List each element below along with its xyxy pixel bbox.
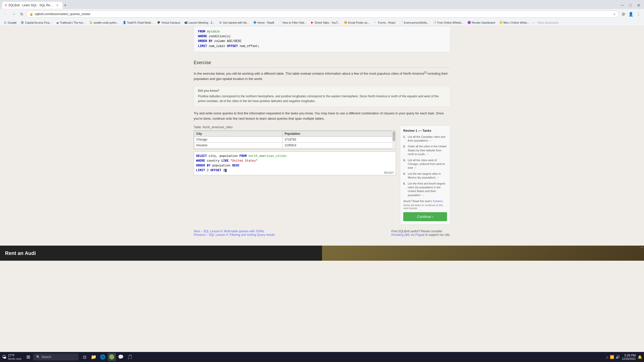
bookmark-label: Trailhead | The fun... <box>60 21 85 24</box>
bookmark-render[interactable]: 🟣 Render Dashboard <box>466 20 497 25</box>
task-text: List the two largest cities in Mexico (b… <box>408 172 447 180</box>
table-scrollbar[interactable] <box>392 131 396 149</box>
nav-bar: ← → ↻ 🔒 sqlbolt.com/lesson/select_querie… <box>0 9 644 19</box>
profile-button[interactable]: 👤 <box>627 11 634 18</box>
col-population: Population <box>283 131 396 137</box>
bookmark-label: Capital Access Fina... <box>25 21 52 24</box>
table-row: Houston 2195914 <box>194 142 396 148</box>
tab-bar: S SQLBolt - Learn SQL - SQL Revi... × + … <box>0 0 644 9</box>
bookmark-event[interactable]: 📄 Event.preventDefa... <box>398 20 430 25</box>
donate-link[interactable]: Donating ($4) via Paypal <box>391 233 424 237</box>
taskbar-left: 🌤 27°F Mostly clear ⊞ 🔍 Search ⊡ 📁 🌐 🟢 <box>2 353 134 360</box>
file-explorer-icon[interactable]: 📁 <box>90 353 98 360</box>
more-bookmarks[interactable]: » <box>532 21 535 24</box>
chrome-browser-icon[interactable]: 🟢 <box>108 353 116 360</box>
task-text: List the third and fourth largest cities… <box>408 182 447 197</box>
bookmark-label: Render Dashboard <box>472 21 495 24</box>
network-icon[interactable]: 📶 <box>610 355 614 359</box>
nav-links-left: Next – SQL Lesson 6: Multi-table queries… <box>194 230 275 237</box>
forward-button[interactable]: → <box>10 11 17 18</box>
app-icon-4[interactable]: 💬 <box>117 353 125 360</box>
bookmark-label: Event.preventDefa... <box>404 21 429 24</box>
bookmark-todd[interactable]: 👤 Todd75 (Todd Wold... <box>121 20 155 25</box>
table-label: Table: North_american_cities <box>194 125 396 129</box>
list-item: 3. List all the cities west of Chicago, … <box>403 158 447 170</box>
weather-desc: Mostly clear <box>8 357 21 360</box>
exercise-area: Table: North_american_cities City Popula… <box>194 125 450 224</box>
exercise-section: Exercise In the exercise below, you will… <box>194 56 450 241</box>
ad-banner-image <box>322 246 644 261</box>
col-city: City <box>194 131 283 137</box>
data-table-container: City Population Chicago 2718782 <box>194 130 396 150</box>
review-title: Review 1 — Tasks <box>403 129 447 132</box>
sql-editor-display[interactable]: SELECT city, population FROM north_ameri… <box>194 152 396 175</box>
bookmark-seattle[interactable]: 🐍 seattle-code-pytho... <box>88 20 120 25</box>
bookmark-shred[interactable]: ▶ Shred Talks - YouT... <box>309 20 341 25</box>
population-cell: 2718782 <box>283 137 396 142</box>
time-display[interactable]: 5:26 PM 12/26/2021 <box>622 354 636 360</box>
notification-icon[interactable]: 🔔 <box>638 355 642 359</box>
tab-close-button[interactable]: × <box>55 3 59 7</box>
bookmark-virtual[interactable]: 🎓 Virtual Campus <box>155 20 182 25</box>
search-icon: 🔍 <box>36 355 40 359</box>
taskbar-search[interactable]: 🔍 Search <box>33 353 78 360</box>
bookmark-label: seattle-code-pytho... <box>94 21 119 24</box>
sql-editor-container: SELECT city, population FROM north_ameri… <box>194 152 396 175</box>
prev-lesson-link[interactable]: Previous – SQL Lesson 4: Filtering and s… <box>194 233 275 237</box>
bookmarks-bar: G Google 🏦 Capital Access Fina... ☁ Trai… <box>0 19 644 26</box>
maximize-button[interactable]: □ <box>627 2 634 9</box>
bookmark-filter[interactable]: 📄 How to Filter Odd... <box>277 20 308 25</box>
active-tab[interactable]: S SQLBolt - Learn SQL - SQL Revi... × <box>2 2 62 9</box>
solution-link[interactable]: Solution <box>433 200 443 203</box>
reset-button[interactable]: RESET <box>384 171 394 174</box>
list-item: 1. List all the Canadian cities and thei… <box>403 135 447 143</box>
bookmark-emoji[interactable]: 😊 Emoji Finder se... <box>342 20 371 25</box>
volume-icon[interactable]: 🔊 <box>616 355 620 359</box>
refresh-button[interactable]: ↻ <box>18 11 25 18</box>
continue-button[interactable]: Continue › <box>403 212 447 221</box>
bookmark-launch-meeting[interactable]: 📹 Launch Meeting - Z... <box>183 20 216 25</box>
tray-icon-1[interactable]: △ <box>606 355 608 359</box>
search-placeholder: Search <box>42 355 51 359</box>
address-text: sqlbolt.com/lesson/select_queries_review <box>35 12 612 16</box>
taskbar-right: △ 📶 🔊 5:26 PM 12/26/2021 🔔 <box>606 354 642 360</box>
task-list: 1. List all the Canadian cities and thei… <box>403 135 447 197</box>
bookmark-miro[interactable]: 🟡 Miro | Online White... <box>498 20 531 25</box>
edge-browser-icon[interactable]: 🌐 <box>99 353 107 360</box>
nav-icons: ⚙ 👤 ⋮ <box>620 11 642 18</box>
bookmark-forms-react[interactable]: ⚛ Forms - React <box>372 20 397 25</box>
bookmark-get-started[interactable]: N Get started with Ne... <box>217 20 250 25</box>
other-bookmarks[interactable]: Other bookmarks <box>536 21 559 24</box>
table-row: Chicago 2718782 <box>194 137 396 142</box>
taskview-button[interactable]: ⊡ <box>80 353 89 360</box>
find-useful-text: Find SQLBolt useful? Please consider <box>391 230 442 233</box>
new-tab-button[interactable]: + <box>63 3 68 8</box>
close-window-button[interactable]: ✕ <box>635 2 642 9</box>
bookmark-google[interactable]: G Google <box>2 20 18 25</box>
next-lesson-link[interactable]: Next – SQL Lesson 6: Multi-table queries… <box>194 230 264 233</box>
data-table: City Population Chicago 2718782 <box>194 131 396 148</box>
app-icon-5[interactable]: 🎵 <box>126 353 134 360</box>
task-intro-text: Try and write some queries to find the i… <box>194 111 450 121</box>
back-button[interactable]: ← <box>2 11 9 18</box>
right-panel: Review 1 — Tasks 1. List all the Canadia… <box>400 125 450 224</box>
solve-text: Solve all tasks to continue to the next … <box>403 204 447 210</box>
bookmark-label: Virtual Campus <box>161 21 180 24</box>
city-cell: Houston <box>194 142 283 148</box>
bookmark-label: Todd75 (Todd Wold... <box>127 21 153 24</box>
bookmark-capital[interactable]: 🏦 Capital Access Fina... <box>19 20 53 25</box>
address-bar[interactable]: 🔒 sqlbolt.com/lesson/select_queries_revi… <box>26 11 619 18</box>
bookmark-trailhead[interactable]: ☁ Trailhead | The fun... <box>54 20 87 25</box>
menu-button[interactable]: ⋮ <box>635 11 642 18</box>
bookmark-replit[interactable]: 🔷 Home - Replit <box>252 20 276 25</box>
ad-label: Ad <box>640 246 643 249</box>
minimize-button[interactable]: ─ <box>619 2 626 9</box>
bookmark-label: Miro | Online White... <box>503 21 529 24</box>
stuck-text: Stuck? Read this task's Solution. <box>403 200 447 203</box>
did-you-know-box: Did you know? Positive latitudes corresp… <box>194 86 450 107</box>
bookmark-label: Shred Talks - YouT... <box>315 21 340 24</box>
extensions-button[interactable]: ⚙ <box>620 11 627 18</box>
start-button[interactable]: ⊞ <box>24 353 32 360</box>
bookmark-whiteboard[interactable]: 📝 Free Online Whiteb... <box>431 20 465 25</box>
left-panel: Table: North_american_cities City Popula… <box>194 125 396 224</box>
